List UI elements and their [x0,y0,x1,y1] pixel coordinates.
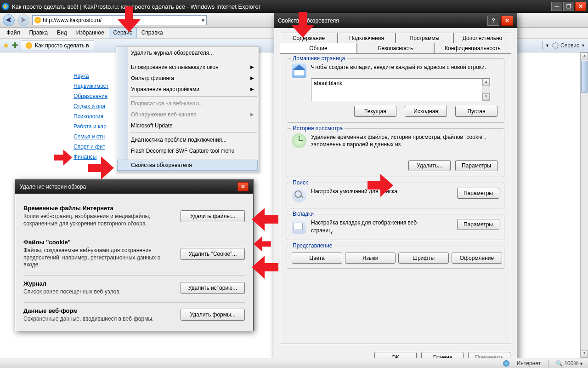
group-homepage: Домашняя страница Чтобы создать вкладки,… [287,58,504,123]
menu-internet-options[interactable]: Свойства обозревателя [117,160,258,171]
status-separator [548,360,548,367]
tabs-icon [292,219,306,234]
use-current-button[interactable]: Текущая [354,106,396,117]
homepage-textarea[interactable]: about:blank ▴▾ [311,78,490,101]
menu-flash-decompiler[interactable]: Flash Decompiler SWF Capture tool menu [117,145,258,156]
menu-manage-addons[interactable]: Управление надстройками▶ [117,84,258,95]
tab-panel-general: Домашняя страница Чтобы создать вкладки,… [280,53,511,344]
url-dropdown-icon[interactable]: ▾ [202,17,204,23]
use-blank-button[interactable]: Пустая [455,106,498,117]
menu-connection-diag[interactable]: Диагностика проблем подключения... [117,134,258,145]
site-favicon [34,17,41,23]
delete-history-btn[interactable]: Удалить историю... [181,282,245,294]
minimize-button[interactable]: ─ [551,2,562,11]
tab-content[interactable]: Содержание [280,33,338,43]
menu-phishing-filter[interactable]: Фильтр фишинга▶ [117,73,258,84]
languages-button[interactable]: Языки [345,253,396,264]
section-heading: Файлы "cookie" [23,239,173,246]
window-titlebar: Как просто сделать всё! | KakProsto.ru: … [0,0,588,13]
section-forms: Данные веб-формСохраненные данные, вводи… [23,303,245,329]
homepage-value: about:blank [314,80,342,86]
menu-file[interactable]: Файл [2,28,25,38]
search-settings-button[interactable]: Параметры [457,188,499,199]
help-button[interactable]: ? [487,16,499,26]
search-desc: Настройка умолчаний для поиска. [311,188,430,195]
toolbar-separator [542,41,543,50]
section-cookies: Файлы "cookie"Файлы, создаваемые веб-узл… [23,234,245,276]
group-legend: Представление [291,242,334,249]
menu-popup-blocker[interactable]: Блокирование всплывающих окон▶ [117,62,258,73]
menu-feed-discovery: Обнаружение веб-канала▶ [117,109,258,120]
address-bar[interactable]: http://www.kakprosto.ru/ ▾ [32,15,207,25]
dialog-close-button[interactable]: ✕ [237,182,249,191]
zone-label: Интернет [517,360,541,367]
section-history: ЖурналСписок ранее посещенных веб-узлов.… [23,276,245,303]
tab-privacy[interactable]: Конфиденциальность [434,43,511,53]
maximize-button[interactable]: ❐ [563,2,574,11]
menu-microsoft-update[interactable]: Microsoft Update [117,120,258,131]
group-history: История просмотра Удаление временных фай… [287,128,504,177]
tabs-desc: Настройка вкладок для отображения веб-ст… [311,219,430,234]
zoom-control[interactable]: 🔍 100%▼ [556,360,583,367]
section-desc: Копии веб-страниц, изображения и медиафа… [23,213,173,227]
dialog-titlebar: Свойства обозревателя ? ✕ [274,13,517,28]
menu-subscribe-feed: Подписаться на веб-канал... [117,98,258,109]
tab-connections[interactable]: Подключения [338,33,396,43]
gear-icon [552,42,559,49]
accessibility-button[interactable]: Оформление [452,253,502,264]
tab-security[interactable]: Безопасность [357,43,434,53]
favorites-star-icon[interactable]: ★ [3,41,9,50]
menu-favorites[interactable]: Избранное [72,28,109,38]
delete-files-button[interactable]: Удалить файлы... [181,210,245,222]
delete-forms-button[interactable]: Удалить формы... [181,309,245,321]
tab-favicon [26,42,32,49]
textarea-scrollbar[interactable]: ▴▾ [482,79,490,101]
section-heading: Данные веб-форм [23,307,173,314]
chevron-down-icon[interactable]: ▼ [545,43,549,48]
dialog-close-button[interactable]: ✕ [501,16,513,26]
status-bar: Интернет 🔍 100%▼ [0,358,588,368]
history-settings-button[interactable]: Параметры [455,160,498,171]
tools-menu-button[interactable]: Сервис ▼ [552,42,585,49]
window-close-button[interactable]: ✕ [575,2,586,11]
scroll-down-icon[interactable]: ▾ [581,350,588,358]
use-default-button[interactable]: Исходная [405,106,447,117]
tab-advanced[interactable]: Дополнительно [453,33,511,43]
back-button[interactable]: ⮜ [3,14,15,26]
browser-tab[interactable]: Как просто сделать в [21,40,94,51]
group-appearance: Представление Цвета Языки Шрифты Оформле… [287,246,504,269]
menu-service[interactable]: Сервис [109,28,137,38]
fonts-button[interactable]: Шрифты [398,253,449,264]
submenu-arrow-icon: ▶ [250,86,254,92]
submenu-arrow-icon: ▶ [250,75,254,80]
scroll-thumb[interactable] [581,61,588,93]
group-search: Поиск Настройка умолчаний для поиска. Па… [287,183,504,208]
section-desc: Файлы, создаваемые веб-узлами для сохран… [23,247,173,269]
add-favorite-icon[interactable]: ✚ [12,41,18,50]
menu-delete-history[interactable]: Удалить журнал обозревателя... [117,47,258,58]
menu-edit[interactable]: Правка [25,28,53,38]
group-legend: История просмотра [291,125,345,132]
group-tabs: Вкладки Настройка вкладок для отображени… [287,214,504,240]
tab-label: Как просто сделать в [35,42,89,49]
menu-help[interactable]: Справка [137,28,168,38]
page-scrollbar[interactable]: ▴ ▾ [580,52,588,358]
internet-options-dialog: Свойства обозревателя ? ✕ Содержание Под… [274,13,517,368]
chevron-down-icon: ▼ [581,43,585,48]
forward-button[interactable]: ⮞ [17,14,29,26]
history-desc: Удаление временных файлов, истории просм… [292,133,499,148]
section-heading: Временные файлы Интернета [23,205,173,212]
delete-history-button[interactable]: Удалить... [408,160,451,171]
tabs-settings-button[interactable]: Параметры [457,219,499,230]
section-desc: Сохраненные данные, вводившиеся в веб-фо… [23,316,173,323]
tab-general[interactable]: Общие [280,43,357,53]
tab-programs[interactable]: Программы [396,33,453,43]
menu-separator [130,60,257,60]
delete-cookies-button[interactable]: Удалить "Cookie"... [181,248,245,260]
menu-view[interactable]: Вид [52,28,72,38]
delete-history-dialog: Удаление истории обзора ✕ Временные файл… [15,179,254,331]
scroll-up-icon[interactable]: ▴ [581,52,588,60]
menu-separator [130,158,257,158]
colors-button[interactable]: Цвета [292,253,342,264]
menu-separator [130,96,257,97]
